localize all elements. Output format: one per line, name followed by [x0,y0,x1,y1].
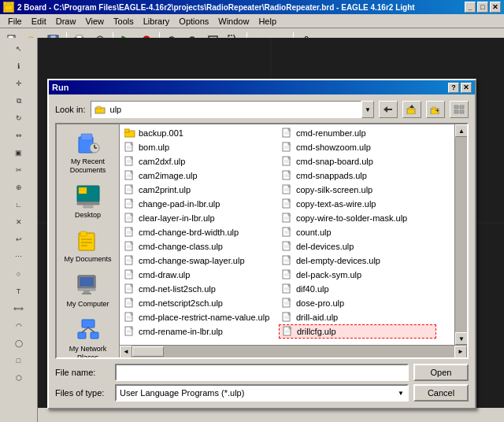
file-item[interactable]: del-empty-devices.ulp [279,254,436,268]
recent-icon [76,131,101,156]
split-tool[interactable]: ✂ [11,162,27,178]
menu-options[interactable]: Options [174,16,213,27]
look-in-combo[interactable]: ulp [91,101,361,118]
file-item[interactable]: clear-layer-in-lbr.ulp [121,211,279,225]
file-item[interactable]: cmd-snappads.ulp [279,168,436,183]
documents-icon [76,228,101,254]
file-item[interactable]: del-pack-sym.ulp [279,268,436,282]
file-item[interactable]: drill-aid.ulp [279,310,436,324]
file-item[interactable]: cam2dxf.ulp [121,154,279,168]
dialog-close-button[interactable]: ✕ [461,83,472,93]
file-item[interactable]: cmd-draw.ulp [121,268,279,282]
dimension-tool[interactable]: ⟺ [11,301,27,316]
svg-rect-39 [454,106,458,109]
file-icon [283,326,294,337]
file-item[interactable]: cam2image.ulp [121,168,279,183]
menu-window[interactable]: Window [213,16,254,27]
file-item[interactable]: dif40.ulp [279,282,436,296]
menu-view[interactable]: View [80,16,109,27]
via-tool[interactable]: ○ [11,266,27,282]
svg-rect-52 [80,188,84,191]
copy-tool[interactable]: ⧉ [11,93,27,109]
scroll-left-button[interactable]: ◄ [120,346,132,358]
look-in-dropdown-arrow[interactable]: ▼ [361,101,374,118]
wire-tool[interactable]: ⋯ [11,249,27,265]
menu-file[interactable]: File [3,16,27,27]
file-item[interactable]: cmd-snap-board.ulp [279,154,436,168]
polygon-tool[interactable]: ⬡ [11,370,27,386]
place-documents[interactable]: My Documents [60,225,117,267]
menu-library[interactable]: Library [139,16,175,27]
menu-draw[interactable]: Draw [51,16,81,27]
file-item[interactable]: del-devices.ulp [279,239,436,254]
scroll-track[interactable] [455,137,467,332]
place-network[interactable]: My Network Places [60,315,117,359]
menu-bar: File Edit Draw View Tools Library Option… [0,14,504,28]
miter-tool[interactable]: ∟ [11,197,27,213]
scroll-down-button[interactable]: ▼ [455,332,467,345]
file-item[interactable]: cmd-netscript2sch.ulp [121,296,279,310]
close-button[interactable]: ✕ [490,2,501,13]
file-item[interactable]: cmd-showzoom.ulp [279,140,436,154]
vertical-scrollbar[interactable]: ▲ ▼ [454,124,467,345]
file-item[interactable]: backup.001 [121,126,279,140]
file-item[interactable]: cmd-change-class.ulp [121,239,279,254]
nav-back-button[interactable] [379,101,398,118]
scroll-right-button[interactable]: ► [454,346,467,358]
menu-help[interactable]: Help [254,16,281,27]
file-name-label: cmd-showzoom.ulp [296,143,371,152]
nav-up-button[interactable] [402,101,421,118]
open-button[interactable]: Open [413,364,469,381]
circle-tool[interactable]: ◯ [11,335,27,351]
menu-edit[interactable]: Edit [27,16,51,27]
file-item[interactable]: cmd-place-restrict-name-value.ulp [121,310,279,324]
rotate-tool[interactable]: ↻ [11,110,27,126]
file-item[interactable]: drillcfg.ulp [279,324,436,339]
filename-input[interactable] [115,364,409,381]
move-tool[interactable]: ✛ [11,76,27,91]
rect-tool[interactable]: □ [11,353,27,368]
file-item[interactable]: cmd-net-list2sch.ulp [121,282,279,296]
info-tool[interactable]: ℹ [11,58,27,74]
view-toggle-button[interactable] [450,101,469,118]
file-item[interactable]: cmd-change-brd-width.ulp [121,225,279,239]
menu-tools[interactable]: Tools [109,16,139,27]
file-icon [282,142,293,153]
file-item[interactable]: cmd-renumber.ulp [279,126,436,140]
file-item[interactable]: copy-text-as-wire.ulp [279,197,436,211]
scroll-up-button[interactable]: ▲ [455,124,467,137]
file-item[interactable]: cam2print.ulp [121,183,279,197]
dialog-title-text: Run [52,83,69,92]
file-item[interactable]: copy-wire-to-solder-mask.ulp [279,211,436,225]
horizontal-scrollbar[interactable]: ◄ ► [120,345,467,357]
select-tool[interactable]: ↖ [11,41,27,57]
file-item[interactable]: dose-pro.ulp [279,296,436,310]
file-icon [282,298,293,309]
place-desktop[interactable]: Desktop [60,181,117,223]
place-recent[interactable]: My Recent Documents [60,128,117,178]
h-scroll-thumb[interactable] [132,346,164,357]
file-icon [124,213,135,224]
delete-tool[interactable]: ✕ [11,214,27,230]
text-tool[interactable]: T [11,283,27,299]
dialog-help-button[interactable]: ? [448,83,459,93]
optimize-tool[interactable]: ⊕ [11,180,27,195]
h-scroll-track[interactable] [132,346,454,358]
undo-tool[interactable]: ↩ [11,231,27,247]
cancel-button[interactable]: Cancel [413,384,469,402]
file-item[interactable]: cmd-change-swap-layer.ulp [121,254,279,268]
filetype-combo[interactable]: User Language Programs (*.ulp) ▼ [115,384,409,402]
group-tool[interactable]: ▣ [11,145,27,161]
file-item[interactable]: change-pad-in-lbr.ulp [121,197,279,211]
minimize-button[interactable]: _ [465,2,476,13]
maximize-button[interactable]: □ [477,2,488,13]
file-item[interactable]: bom.ulp [121,140,279,154]
mirror-tool[interactable]: ⇔ [11,128,27,143]
file-item[interactable]: count.ulp [279,225,436,239]
new-folder-button[interactable]: + [426,101,445,118]
file-item[interactable]: copy-silk-screen.ulp [279,183,436,197]
place-network-label: My Network Places [61,345,115,359]
place-computer[interactable]: My Computer [60,270,117,312]
arc-tool[interactable]: ◠ [11,318,27,334]
file-item[interactable]: cmd-rename-in-lbr.ulp [121,324,279,339]
